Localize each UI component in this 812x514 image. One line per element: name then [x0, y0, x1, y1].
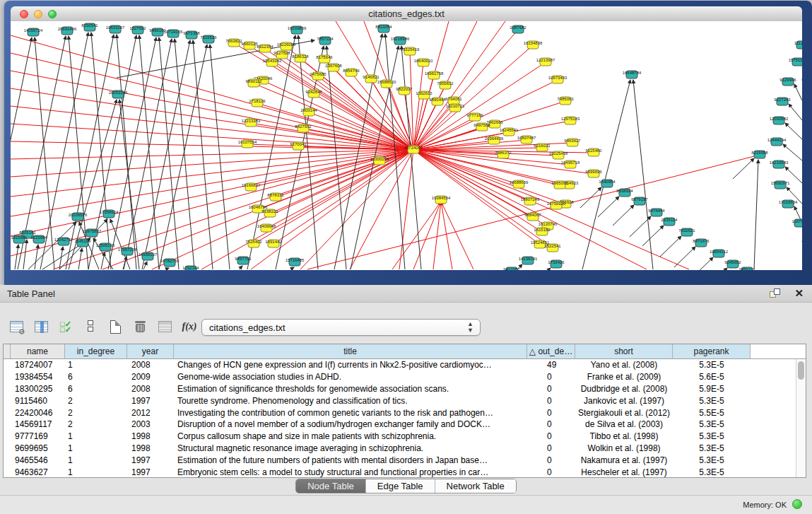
- graph-node-label: 17957224: [118, 247, 137, 252]
- delete-column-icon[interactable]: [131, 317, 149, 337]
- table-row[interactable]: 977716911998Corpus callosum shape and si…: [4, 431, 806, 443]
- graph-node-label: 19166827: [242, 183, 261, 187]
- graph-edge: [783, 144, 802, 160]
- column-header-year[interactable]: year: [127, 344, 174, 358]
- column-header-out_de…[interactable]: △ out_de…: [527, 344, 575, 358]
- tab-network-table[interactable]: Network Table: [435, 479, 516, 493]
- import-table-icon[interactable]: [155, 317, 174, 337]
- table-cell: 19384554: [11, 372, 65, 382]
- node-table: namein_degreeyeartitle△ out_de…shortpage…: [3, 344, 806, 478]
- table-cell: 18300295: [11, 384, 65, 394]
- graph-node-label: 8186328: [292, 54, 309, 59]
- table-cell: 1997: [127, 396, 174, 406]
- graph-edge: [124, 39, 172, 269]
- network-canvas[interactable]: 1872400718300295193845547663822966012589…: [11, 21, 802, 270]
- table-cell: 5.3E-5: [673, 467, 751, 477]
- graph-node-label: 9457791: [235, 257, 252, 261]
- graph-node-label: 9127508: [273, 51, 290, 55]
- graph-node-label: 15716485: [286, 258, 305, 262]
- graph-edge: [290, 267, 294, 269]
- graph-edge: [159, 37, 179, 269]
- graph-node-label: 16107554: [238, 140, 257, 144]
- graph-node-label: 10807487: [517, 136, 536, 140]
- table-cell: Yano et al. (2008): [575, 360, 673, 370]
- table-cell: 1998: [127, 443, 174, 453]
- graph-edge: [23, 240, 27, 269]
- graph-edge: [101, 252, 105, 269]
- status-bar: Memory: OK: [0, 495, 812, 514]
- create-column-icon[interactable]: [106, 317, 124, 337]
- graph-node-label: 8427552: [295, 124, 312, 129]
- graph-node-label: 10973493: [548, 76, 567, 80]
- show-columns-icon[interactable]: [32, 317, 50, 337]
- application-window: citations_edges.txt 18724007183002951938…: [0, 0, 812, 514]
- table-row[interactable]: 1830029562008Estimation of significance …: [4, 383, 806, 395]
- column-header-pagerank[interactable]: pagerank: [673, 344, 751, 358]
- column-header-short[interactable]: short: [575, 344, 673, 358]
- table-source-select[interactable]: citations_edges.txt ▲▼: [201, 319, 481, 336]
- table-cell: Estimation of significance thresholds fo…: [174, 384, 527, 394]
- table-cell: Genome-wide association studies in ADHD.: [174, 372, 527, 382]
- table-cell: 2012: [127, 408, 174, 418]
- float-panel-icon[interactable]: [770, 288, 781, 299]
- table-scrollbar[interactable]: [796, 359, 806, 477]
- tab-edge-table[interactable]: Edge Table: [365, 479, 435, 493]
- table-cell: Franke et al. (2009): [575, 372, 673, 382]
- graph-node-label: 1691442: [265, 240, 282, 244]
- graph-node-label: 7485063: [557, 97, 574, 101]
- network-window-titlebar[interactable]: citations_edges.txt: [11, 6, 802, 22]
- graph-node-label: 8330541: [81, 23, 98, 28]
- graph-node-label: 9242848: [305, 90, 322, 94]
- table-row[interactable]: 1872400712008Changes of HCN gene express…: [4, 359, 806, 371]
- table-cell: Disruption of a novel member of a sodium…: [174, 419, 527, 429]
- table-row[interactable]: 946554611997Estimation of the future num…: [4, 454, 806, 466]
- table-panel: Table Panel ✕ ⚙ □✓□✓ f(x) citations_edge…: [0, 285, 812, 514]
- table-row[interactable]: 911546021997Tourette syndrome. Phenomeno…: [4, 395, 806, 407]
- table-row[interactable]: 2242004622012Investigating the contribut…: [4, 407, 806, 419]
- graph-node-label: 1292344: [182, 266, 199, 270]
- tab-node-table[interactable]: Node Table: [296, 479, 365, 493]
- table-panel-header: Table Panel ✕: [0, 285, 812, 303]
- graph-edge: [794, 84, 802, 100]
- network-view-window[interactable]: citations_edges.txt 18724007183002951938…: [4, 1, 812, 285]
- graph-node-label: 17359924: [100, 210, 119, 214]
- graph-node-label: 7515526: [200, 35, 217, 40]
- graph-edge: [159, 45, 207, 269]
- graph-node-label: 1362615: [416, 91, 433, 95]
- graph-edge: [580, 187, 601, 208]
- table-toolbar: ⚙ □✓□✓ f(x): [7, 316, 199, 337]
- column-header-name[interactable]: name: [11, 344, 65, 358]
- graph-node-label: 13756920: [547, 201, 566, 206]
- close-panel-icon[interactable]: ✕: [794, 287, 804, 300]
- graph-node-label: 16120746: [539, 222, 558, 226]
- table-row[interactable]: 1456911722003Disruption of a novel membe…: [4, 419, 806, 431]
- graph-node-label: 10688609: [510, 180, 529, 185]
- scrollbar-thumb[interactable]: [798, 361, 804, 380]
- row-height-icon[interactable]: [81, 317, 100, 337]
- graph-node-label: 18807249: [521, 197, 540, 201]
- table-row[interactable]: 1938455462009Genome-wide association stu…: [4, 371, 806, 383]
- graph-node-label: 20691406: [58, 27, 77, 31]
- column-header-title[interactable]: title: [174, 344, 527, 358]
- graph-node-label: 20053346: [109, 90, 128, 95]
- table-options-icon[interactable]: ⚙: [7, 317, 25, 337]
- graph-node-label: 12444194: [767, 138, 787, 142]
- table-row[interactable]: 969969511998Structural magnetic resonanc…: [4, 443, 806, 455]
- graph-node-label: 15751074: [789, 58, 802, 62]
- graph-node-label: 9463627: [564, 139, 581, 143]
- graph-node-label: 16648784: [623, 71, 642, 75]
- graph-edge: [598, 197, 619, 217]
- table-cell: de Silva et al. (2003): [575, 419, 673, 429]
- table-body: 1872400712008Changes of HCN gene express…: [4, 359, 806, 478]
- graph-node-label: 9777169: [466, 113, 483, 117]
- graph-node-label: 2803144: [300, 108, 317, 112]
- column-header-gutter[interactable]: [4, 344, 11, 358]
- function-builder-icon[interactable]: f(x): [180, 317, 199, 337]
- select-columns-icon[interactable]: □✓□✓: [57, 317, 75, 337]
- graph-node-label: 16154838: [524, 41, 543, 45]
- table-cell: Dudbridge et al. (2008): [575, 384, 673, 394]
- graph-node-label: 3915981: [11, 235, 28, 240]
- table-cell: 0: [527, 443, 575, 453]
- table-cell: Hescheler et al. (1997): [575, 467, 673, 477]
- column-header-in_degree[interactable]: in_degree: [65, 344, 127, 358]
